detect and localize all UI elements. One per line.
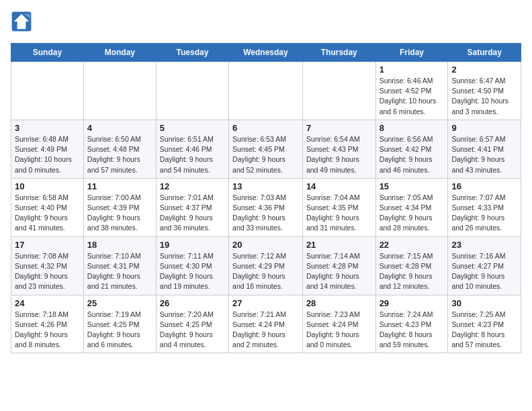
day-info: Sunrise: 7:19 AM Sunset: 4:25 PM Dayligh… — [87, 310, 152, 351]
calendar-cell: 30Sunrise: 7:25 AM Sunset: 4:23 PM Dayli… — [448, 295, 521, 353]
day-info: Sunrise: 6:48 AM Sunset: 4:49 PM Dayligh… — [15, 134, 80, 175]
day-number: 27 — [232, 298, 299, 308]
day-number: 19 — [160, 240, 225, 250]
day-number: 20 — [232, 240, 299, 250]
calendar-cell: 18Sunrise: 7:10 AM Sunset: 4:31 PM Dayli… — [83, 236, 156, 295]
day-info: Sunrise: 6:46 AM Sunset: 4:52 PM Dayligh… — [380, 76, 445, 117]
weekday-header: Wednesday — [229, 44, 303, 62]
day-info: Sunrise: 6:50 AM Sunset: 4:48 PM Dayligh… — [87, 134, 152, 175]
day-number: 30 — [451, 298, 517, 308]
day-info: Sunrise: 7:25 AM Sunset: 4:23 PM Dayligh… — [451, 310, 517, 351]
day-info: Sunrise: 7:18 AM Sunset: 4:26 PM Dayligh… — [15, 310, 80, 351]
calendar-cell: 9Sunrise: 6:57 AM Sunset: 4:41 PM Daylig… — [448, 120, 521, 178]
day-info: Sunrise: 7:21 AM Sunset: 4:24 PM Dayligh… — [232, 310, 299, 351]
day-number: 21 — [306, 240, 372, 250]
calendar-week-row: 1Sunrise: 6:46 AM Sunset: 4:52 PM Daylig… — [11, 62, 521, 120]
day-info: Sunrise: 6:47 AM Sunset: 4:50 PM Dayligh… — [451, 76, 517, 117]
calendar-cell: 14Sunrise: 7:04 AM Sunset: 4:35 PM Dayli… — [302, 178, 375, 236]
day-info: Sunrise: 6:56 AM Sunset: 4:42 PM Dayligh… — [380, 134, 445, 175]
day-info: Sunrise: 7:00 AM Sunset: 4:39 PM Dayligh… — [87, 193, 152, 234]
day-info: Sunrise: 7:04 AM Sunset: 4:35 PM Dayligh… — [306, 193, 372, 234]
day-number: 2 — [451, 64, 517, 75]
day-number: 26 — [160, 298, 225, 308]
day-number: 23 — [451, 240, 517, 250]
day-number: 11 — [87, 181, 152, 191]
calendar-cell: 17Sunrise: 7:08 AM Sunset: 4:32 PM Dayli… — [11, 236, 84, 295]
day-info: Sunrise: 7:20 AM Sunset: 4:25 PM Dayligh… — [160, 310, 225, 351]
top-bar — [11, 11, 521, 38]
day-number: 1 — [380, 64, 445, 75]
calendar-cell: 7Sunrise: 6:54 AM Sunset: 4:43 PM Daylig… — [302, 120, 375, 178]
day-number: 15 — [380, 181, 445, 191]
day-info: Sunrise: 7:11 AM Sunset: 4:30 PM Dayligh… — [160, 251, 225, 292]
calendar-cell: 5Sunrise: 6:51 AM Sunset: 4:46 PM Daylig… — [156, 120, 228, 178]
day-info: Sunrise: 7:10 AM Sunset: 4:31 PM Dayligh… — [87, 251, 152, 292]
day-number: 6 — [232, 123, 299, 133]
day-info: Sunrise: 7:16 AM Sunset: 4:27 PM Dayligh… — [451, 251, 517, 292]
calendar-cell: 16Sunrise: 7:07 AM Sunset: 4:33 PM Dayli… — [448, 178, 521, 236]
calendar-cell: 26Sunrise: 7:20 AM Sunset: 4:25 PM Dayli… — [156, 295, 228, 353]
calendar-cell: 3Sunrise: 6:48 AM Sunset: 4:49 PM Daylig… — [11, 120, 84, 178]
day-info: Sunrise: 6:58 AM Sunset: 4:40 PM Dayligh… — [15, 193, 80, 234]
day-number: 22 — [380, 240, 445, 250]
weekday-header: Thursday — [302, 44, 375, 62]
day-number: 7 — [306, 123, 372, 133]
calendar-cell: 15Sunrise: 7:05 AM Sunset: 4:34 PM Dayli… — [375, 178, 448, 236]
day-number: 12 — [160, 181, 225, 191]
calendar-cell: 4Sunrise: 6:50 AM Sunset: 4:48 PM Daylig… — [83, 120, 156, 178]
calendar-cell: 1Sunrise: 6:46 AM Sunset: 4:52 PM Daylig… — [375, 62, 448, 120]
calendar-cell — [83, 62, 156, 120]
calendar-cell — [229, 62, 303, 120]
day-number: 28 — [306, 298, 372, 308]
day-number: 14 — [306, 181, 372, 191]
calendar-week-row: 10Sunrise: 6:58 AM Sunset: 4:40 PM Dayli… — [11, 178, 521, 236]
day-number: 29 — [380, 298, 445, 308]
calendar-cell: 13Sunrise: 7:03 AM Sunset: 4:36 PM Dayli… — [229, 178, 303, 236]
day-number: 18 — [87, 240, 152, 250]
calendar-cell: 24Sunrise: 7:18 AM Sunset: 4:26 PM Dayli… — [11, 295, 84, 353]
day-info: Sunrise: 7:01 AM Sunset: 4:37 PM Dayligh… — [160, 193, 225, 234]
calendar-week-row: 24Sunrise: 7:18 AM Sunset: 4:26 PM Dayli… — [11, 295, 521, 353]
day-info: Sunrise: 7:23 AM Sunset: 4:24 PM Dayligh… — [306, 310, 372, 351]
calendar-cell: 23Sunrise: 7:16 AM Sunset: 4:27 PM Dayli… — [448, 236, 521, 295]
logo — [11, 11, 35, 32]
day-info: Sunrise: 7:15 AM Sunset: 4:28 PM Dayligh… — [380, 251, 445, 292]
day-number: 25 — [87, 298, 152, 308]
day-info: Sunrise: 7:08 AM Sunset: 4:32 PM Dayligh… — [15, 251, 80, 292]
day-number: 10 — [15, 181, 80, 191]
weekday-header: Sunday — [11, 44, 84, 62]
day-number: 9 — [451, 123, 517, 133]
weekday-header: Tuesday — [156, 44, 228, 62]
calendar-cell: 11Sunrise: 7:00 AM Sunset: 4:39 PM Dayli… — [83, 178, 156, 236]
day-number: 4 — [87, 123, 152, 133]
calendar-week-row: 17Sunrise: 7:08 AM Sunset: 4:32 PM Dayli… — [11, 236, 521, 295]
calendar-cell: 2Sunrise: 6:47 AM Sunset: 4:50 PM Daylig… — [448, 62, 521, 120]
calendar: SundayMondayTuesdayWednesdayThursdayFrid… — [11, 43, 521, 353]
calendar-cell: 19Sunrise: 7:11 AM Sunset: 4:30 PM Dayli… — [156, 236, 228, 295]
calendar-cell: 12Sunrise: 7:01 AM Sunset: 4:37 PM Dayli… — [156, 178, 228, 236]
weekday-header: Saturday — [448, 44, 521, 62]
calendar-cell: 28Sunrise: 7:23 AM Sunset: 4:24 PM Dayli… — [302, 295, 375, 353]
day-number: 24 — [15, 298, 80, 308]
day-info: Sunrise: 7:05 AM Sunset: 4:34 PM Dayligh… — [380, 193, 445, 234]
calendar-cell — [302, 62, 375, 120]
day-info: Sunrise: 7:14 AM Sunset: 4:28 PM Dayligh… — [306, 251, 372, 292]
weekday-header: Monday — [83, 44, 156, 62]
day-number: 5 — [160, 123, 225, 133]
calendar-cell: 21Sunrise: 7:14 AM Sunset: 4:28 PM Dayli… — [302, 236, 375, 295]
calendar-cell: 6Sunrise: 6:53 AM Sunset: 4:45 PM Daylig… — [229, 120, 303, 178]
day-info: Sunrise: 7:07 AM Sunset: 4:33 PM Dayligh… — [451, 193, 517, 234]
weekday-header-row: SundayMondayTuesdayWednesdayThursdayFrid… — [11, 44, 521, 62]
day-number: 8 — [380, 123, 445, 133]
logo-icon — [11, 11, 32, 32]
calendar-cell: 20Sunrise: 7:12 AM Sunset: 4:29 PM Dayli… — [229, 236, 303, 295]
calendar-cell: 29Sunrise: 7:24 AM Sunset: 4:23 PM Dayli… — [375, 295, 448, 353]
calendar-cell — [156, 62, 228, 120]
day-number: 13 — [232, 181, 299, 191]
day-info: Sunrise: 6:53 AM Sunset: 4:45 PM Dayligh… — [232, 134, 299, 175]
day-info: Sunrise: 6:54 AM Sunset: 4:43 PM Dayligh… — [306, 134, 372, 175]
calendar-week-row: 3Sunrise: 6:48 AM Sunset: 4:49 PM Daylig… — [11, 120, 521, 178]
day-info: Sunrise: 6:51 AM Sunset: 4:46 PM Dayligh… — [160, 134, 225, 175]
calendar-cell: 8Sunrise: 6:56 AM Sunset: 4:42 PM Daylig… — [375, 120, 448, 178]
day-info: Sunrise: 7:12 AM Sunset: 4:29 PM Dayligh… — [232, 251, 299, 292]
